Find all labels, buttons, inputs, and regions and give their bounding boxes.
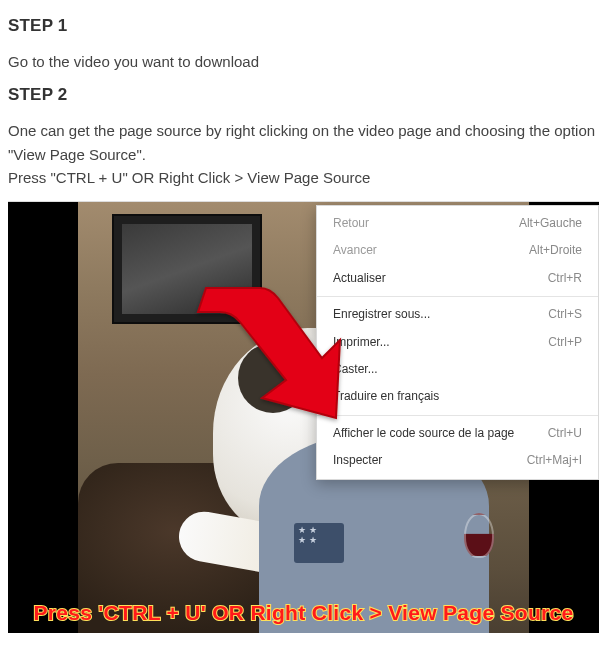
context-menu: Retour Alt+Gauche Avancer Alt+Droite Act… xyxy=(316,205,599,480)
menu-shortcut: Ctrl+R xyxy=(548,270,582,287)
menu-shortcut: Ctrl+P xyxy=(548,334,582,351)
menu-label: Caster... xyxy=(333,361,378,378)
step1-heading: STEP 1 xyxy=(8,16,608,36)
menu-divider xyxy=(317,415,598,416)
menu-label: Traduire en français xyxy=(333,388,439,405)
screenshot-caption: Press 'CTRL + U' OR Right Click > View P… xyxy=(8,601,599,625)
wine-glass xyxy=(464,513,494,558)
menu-item-print[interactable]: Imprimer... Ctrl+P xyxy=(317,329,598,356)
menu-label: Avancer xyxy=(333,242,377,259)
menu-shortcut: Ctrl+U xyxy=(548,425,582,442)
menu-shortcut: Alt+Droite xyxy=(529,242,582,259)
menu-label: Imprimer... xyxy=(333,334,390,351)
menu-label: Retour xyxy=(333,215,369,232)
menu-item-saveas[interactable]: Enregistrer sous... Ctrl+S xyxy=(317,301,598,328)
step2-text-line2: Press "CTRL + U" OR Right Click > View P… xyxy=(8,166,608,189)
menu-label: Enregistrer sous... xyxy=(333,306,430,323)
menu-item-refresh[interactable]: Actualiser Ctrl+R xyxy=(317,265,598,292)
step2-text-line1: One can get the page source by right cli… xyxy=(8,122,595,162)
menu-item-view-source[interactable]: Afficher le code source de la page Ctrl+… xyxy=(317,420,598,447)
tshirt-flag xyxy=(294,523,344,563)
menu-shortcut: Alt+Gauche xyxy=(519,215,582,232)
menu-item-back[interactable]: Retour Alt+Gauche xyxy=(317,210,598,237)
step2-text: One can get the page source by right cli… xyxy=(8,119,608,189)
letterbox-left xyxy=(8,202,78,633)
menu-divider xyxy=(317,296,598,297)
menu-label: Actualiser xyxy=(333,270,386,287)
wall-picture xyxy=(112,214,262,324)
menu-item-inspect[interactable]: Inspecter Ctrl+Maj+I xyxy=(317,447,598,474)
step1-text: Go to the video you want to download xyxy=(8,50,608,73)
menu-item-translate[interactable]: Traduire en français xyxy=(317,383,598,410)
menu-label: Inspecter xyxy=(333,452,382,469)
menu-item-forward[interactable]: Avancer Alt+Droite xyxy=(317,237,598,264)
menu-item-cast[interactable]: Caster... xyxy=(317,356,598,383)
screenshot: Retour Alt+Gauche Avancer Alt+Droite Act… xyxy=(8,201,599,633)
menu-shortcut: Ctrl+Maj+I xyxy=(527,452,582,469)
menu-label: Afficher le code source de la page xyxy=(333,425,514,442)
menu-shortcut: Ctrl+S xyxy=(548,306,582,323)
step2-heading: STEP 2 xyxy=(8,85,608,105)
